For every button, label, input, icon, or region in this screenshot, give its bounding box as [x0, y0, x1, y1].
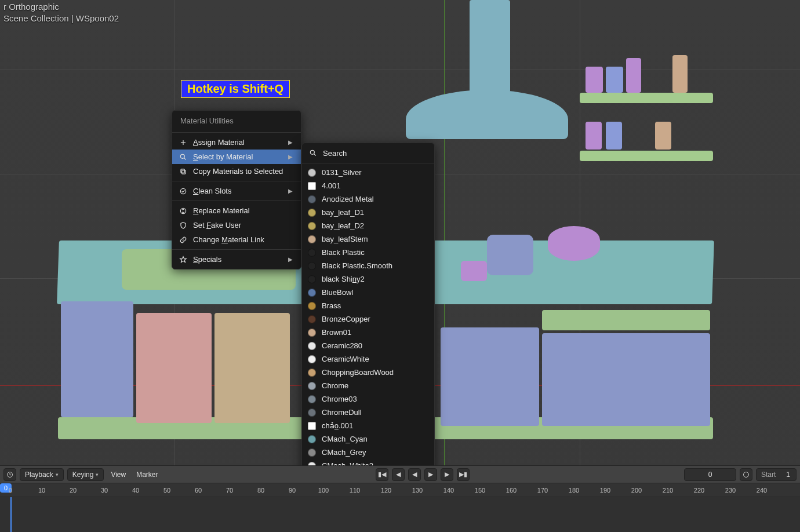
- menu-item-replace-material[interactable]: Replace Material: [172, 203, 301, 218]
- current-frame-field[interactable]: 0: [684, 468, 736, 481]
- svg-line-10: [314, 154, 315, 155]
- material-item[interactable]: 4.001: [302, 179, 434, 192]
- material-item[interactable]: Chrome: [302, 379, 434, 392]
- scene-cabinet: [542, 333, 710, 426]
- material-item[interactable]: Chrome03: [302, 392, 434, 406]
- material-swatch: [308, 355, 316, 363]
- playhead[interactable]: [10, 497, 12, 532]
- scene-cup: [606, 67, 623, 93]
- svg-rect-4: [182, 170, 186, 173]
- material-swatch: [308, 262, 316, 270]
- material-item[interactable]: BlueBowl: [302, 286, 434, 299]
- material-name: bay_leaf_D2: [322, 221, 364, 230]
- material-item[interactable]: 0131_Silver: [302, 166, 434, 179]
- material-name: ChromeDull: [322, 408, 362, 417]
- material-search[interactable]: Search: [302, 145, 434, 161]
- jump-start-button[interactable]: ▮◀: [376, 468, 388, 481]
- collection-path-label: Scene Collection | WSpoon02: [3, 13, 119, 24]
- material-item[interactable]: Brown01: [302, 326, 434, 339]
- material-item[interactable]: Black Plastic: [302, 246, 434, 259]
- next-keyframe-button[interactable]: ▶: [441, 468, 453, 481]
- ruler-tick: 50: [163, 483, 170, 497]
- ruler-tick: 220: [694, 483, 704, 497]
- material-name: Ceramic280: [322, 341, 362, 350]
- material-swatch: [308, 449, 316, 457]
- marker-menu[interactable]: Marker: [133, 471, 161, 479]
- material-item[interactable]: chảo.001: [302, 419, 434, 432]
- material-item[interactable]: Ceramic280: [302, 339, 434, 352]
- ruler-tick: 130: [412, 483, 423, 497]
- scene-drawer: [542, 310, 710, 330]
- select-by-material-submenu[interactable]: Search 0131_Silver4.001Anodized Metalbay…: [301, 143, 435, 516]
- menu-item-change-material-link[interactable]: Change Material Link: [172, 232, 301, 247]
- material-name: black Shiny2: [322, 275, 365, 283]
- menu-item-clean-slots[interactable]: Clean Slots▶: [172, 184, 301, 198]
- timeline-tracks[interactable]: [0, 497, 800, 532]
- start-frame-field[interactable]: Start 1: [756, 468, 797, 481]
- svg-marker-8: [180, 256, 187, 262]
- material-item[interactable]: Brass: [302, 299, 434, 312]
- material-item[interactable]: Anodized Metal: [302, 192, 434, 206]
- svg-line-3: [184, 158, 186, 159]
- material-swatch: [308, 195, 316, 203]
- svg-rect-5: [181, 169, 184, 172]
- timeline-editor[interactable]: Playback▾ Keying▾ View Marker ▮◀ ◀ ◀ ▶ ▶…: [0, 465, 800, 532]
- material-swatch: [308, 315, 316, 323]
- menu-item-set-fake-user[interactable]: Set Fake User: [172, 218, 301, 232]
- material-name: Brown01: [322, 328, 351, 337]
- material-name: Brass: [322, 301, 341, 310]
- jump-end-button[interactable]: ▶▮: [457, 468, 470, 481]
- play-reverse-button[interactable]: ◀: [408, 468, 421, 481]
- start-label: Start: [757, 471, 780, 479]
- timeline-ruler[interactable]: 0 01020304050607080901001101201301401501…: [0, 483, 800, 497]
- submenu-arrow-icon: ▶: [288, 256, 293, 263]
- menu-item-copy-materials-to-selected[interactable]: Copy Materials to Selected: [172, 164, 301, 178]
- clean-icon: [178, 187, 188, 195]
- material-item[interactable]: BronzeCopper: [302, 312, 434, 326]
- material-swatch: [308, 209, 316, 217]
- search-icon: [178, 153, 188, 161]
- copy-icon: [178, 167, 188, 176]
- material-swatch: [308, 382, 316, 390]
- material-item[interactable]: CeramicWhite: [302, 352, 434, 366]
- material-utilities-menu[interactable]: Material Utilities Assign Material▶Selec…: [172, 110, 301, 269]
- material-swatch: [308, 182, 316, 190]
- material-item[interactable]: Black Plastic.Smooth: [302, 259, 434, 272]
- replace-icon: [178, 207, 188, 215]
- menu-item-label: Copy Materials to Selected: [193, 167, 283, 176]
- menu-item-specials[interactable]: Specials▶: [172, 252, 301, 267]
- svg-point-14: [743, 472, 748, 477]
- view-menu[interactable]: View: [107, 471, 129, 479]
- editor-type-button[interactable]: [3, 468, 16, 481]
- link-icon: [178, 236, 188, 244]
- ruler-tick: 120: [381, 483, 391, 497]
- material-item[interactable]: ChoppingBoardWood: [302, 366, 434, 379]
- ruler-tick: 80: [257, 483, 264, 497]
- material-item[interactable]: ChromeDull: [302, 406, 434, 419]
- scene-bowl: [548, 226, 600, 261]
- material-item[interactable]: bay_leaf_D2: [302, 219, 434, 232]
- material-swatch: [308, 249, 316, 257]
- svg-point-6: [180, 188, 186, 194]
- search-icon: [308, 149, 318, 157]
- material-swatch: [308, 329, 316, 337]
- menu-item-select-by-material[interactable]: Select by Material▶: [172, 150, 301, 164]
- material-name: Chrome: [322, 381, 348, 390]
- scene-shelf: [580, 151, 713, 161]
- ruler-tick: 10: [38, 483, 45, 497]
- ruler-tick: 100: [318, 483, 329, 497]
- menu-item-label: Clean Slots: [193, 187, 231, 195]
- material-item[interactable]: CMach_Cyan: [302, 432, 434, 446]
- auto-key-button[interactable]: [740, 468, 752, 481]
- material-item[interactable]: bay_leafStem: [302, 232, 434, 246]
- current-frame-value: 0: [708, 471, 712, 479]
- keying-dropdown[interactable]: Keying▾: [67, 468, 104, 481]
- prev-keyframe-button[interactable]: ◀: [392, 468, 405, 481]
- scene-hood-pipe: [470, 0, 510, 93]
- menu-item-assign-material[interactable]: Assign Material▶: [172, 135, 301, 150]
- material-item[interactable]: bay_leaf_D1: [302, 206, 434, 219]
- playback-dropdown[interactable]: Playback▾: [20, 468, 64, 481]
- material-item[interactable]: black Shiny2: [302, 272, 434, 286]
- play-button[interactable]: ▶: [424, 468, 437, 481]
- material-item[interactable]: CMach_Grey: [302, 446, 434, 459]
